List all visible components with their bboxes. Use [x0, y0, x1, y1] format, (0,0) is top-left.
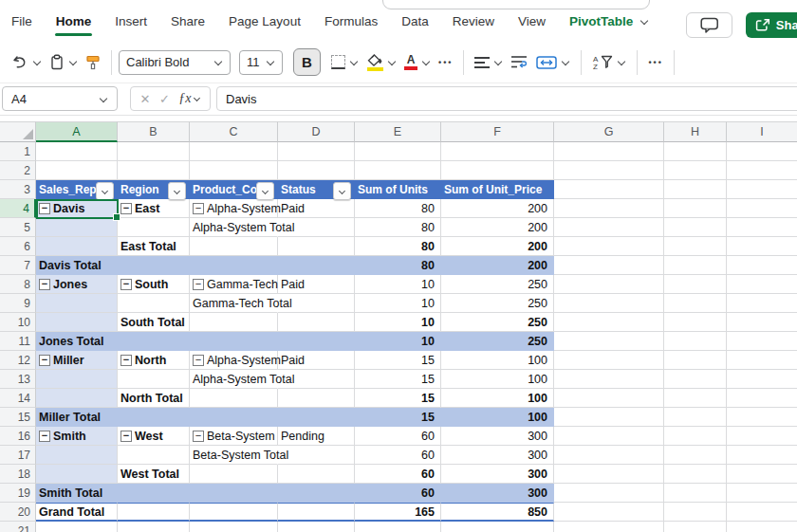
merge-cells-button[interactable] [532, 48, 574, 77]
cell-G6[interactable] [554, 237, 664, 256]
cell-H5[interactable] [664, 218, 727, 237]
cell-F9[interactable]: 250 [441, 294, 554, 313]
cell-C14[interactable] [190, 389, 278, 408]
cell-F6[interactable]: 200 [441, 237, 554, 256]
row-header-10[interactable]: 10 [0, 313, 36, 332]
menu-tab-file[interactable]: File [11, 0, 32, 42]
cell-F1[interactable] [441, 142, 554, 161]
bold-button[interactable]: B [293, 48, 321, 76]
cell-B1[interactable] [118, 142, 190, 161]
cell-G3[interactable] [554, 180, 664, 199]
cell-D14[interactable] [278, 389, 355, 408]
format-painter-button[interactable] [82, 48, 104, 77]
cell-H12[interactable] [664, 351, 727, 370]
cell-E6[interactable]: 80 [355, 237, 441, 256]
cell-D7[interactable] [278, 256, 355, 275]
cell-D15[interactable] [278, 408, 355, 427]
cell-E12[interactable]: 15 [355, 351, 441, 370]
cell-D1[interactable] [278, 142, 355, 161]
cell-G12[interactable] [554, 351, 664, 370]
cell-H20[interactable] [664, 503, 727, 522]
cell-F16[interactable]: 300 [441, 427, 554, 446]
cell-B21[interactable] [118, 522, 190, 532]
cell-B11[interactable] [118, 332, 190, 351]
cell-D11[interactable] [278, 332, 355, 351]
cell-A4[interactable]: −Davis [36, 199, 118, 218]
menu-tab-page-layout[interactable]: Page Layout [229, 0, 301, 42]
cell-G1[interactable] [554, 142, 664, 161]
cell-H16[interactable] [664, 427, 727, 446]
cell-A7[interactable]: Davis Total [36, 256, 118, 275]
collapse-button[interactable]: − [120, 431, 132, 442]
cell-I1[interactable] [727, 142, 797, 161]
cell-G11[interactable] [554, 332, 664, 351]
collapse-button[interactable]: − [39, 203, 50, 214]
filter-dropdown-product_code[interactable] [256, 182, 274, 200]
cell-D2[interactable] [278, 161, 355, 180]
cell-B3[interactable]: Region [118, 180, 190, 199]
cell-I4[interactable] [727, 199, 797, 218]
cell-E18[interactable]: 60 [355, 465, 441, 484]
cell-B5[interactable] [118, 218, 190, 237]
cell-E5[interactable]: 80 [355, 218, 441, 237]
cell-G14[interactable] [554, 389, 664, 408]
menu-tab-insert[interactable]: Insert [115, 0, 147, 42]
cell-G16[interactable] [554, 427, 664, 446]
cell-D17[interactable] [278, 446, 355, 465]
cell-A10[interactable] [36, 313, 118, 332]
row-header-17[interactable]: 17 [0, 446, 36, 465]
cell-C8[interactable]: −Gamma-Tech [190, 275, 278, 294]
collapse-button[interactable]: − [120, 279, 132, 290]
cell-I20[interactable] [727, 503, 797, 522]
collapse-button[interactable]: − [193, 355, 204, 366]
font-color-button[interactable]: A [400, 48, 435, 77]
menu-tab-home[interactable]: Home [56, 0, 92, 42]
cell-G2[interactable] [554, 161, 664, 180]
cell-I21[interactable] [727, 522, 797, 532]
cell-C9[interactable]: Gamma-Tech Total [190, 294, 278, 313]
insert-function-icon[interactable]: ƒx [178, 91, 200, 106]
collapse-button[interactable]: − [39, 431, 50, 442]
cell-A6[interactable] [36, 237, 118, 256]
cell-A12[interactable]: −Miller [36, 351, 118, 370]
cell-C4[interactable]: −Alpha-System [190, 199, 278, 218]
cell-D8[interactable]: Paid [278, 275, 355, 294]
cell-G21[interactable] [554, 522, 664, 532]
row-header-7[interactable]: 7 [0, 256, 36, 275]
alignment-button[interactable] [471, 48, 507, 77]
cell-B8[interactable]: −South [118, 275, 190, 294]
cell-D16[interactable]: Pending [278, 427, 355, 446]
cell-E2[interactable] [355, 161, 441, 180]
cell-B2[interactable] [118, 161, 190, 180]
cell-H13[interactable] [664, 370, 727, 389]
more-font-options-button[interactable]: ••• [435, 48, 456, 77]
row-header-13[interactable]: 13 [0, 370, 36, 389]
cell-D21[interactable] [278, 522, 355, 532]
cell-B19[interactable] [118, 484, 190, 503]
row-header-1[interactable]: 1 [0, 142, 36, 161]
borders-button[interactable] [327, 48, 362, 77]
menu-tab-pivottable[interactable]: PivotTable [569, 0, 649, 42]
fill-color-button[interactable] [362, 48, 400, 77]
cell-I13[interactable] [727, 370, 797, 389]
cell-E16[interactable]: 60 [355, 427, 441, 446]
cell-C10[interactable] [190, 313, 278, 332]
cell-I9[interactable] [727, 294, 797, 313]
column-header-D[interactable]: D [278, 121, 355, 142]
cell-G10[interactable] [554, 313, 664, 332]
filter-dropdown-status[interactable] [333, 182, 351, 200]
menu-tab-review[interactable]: Review [453, 0, 494, 42]
cell-C15[interactable] [190, 408, 278, 427]
cell-A2[interactable] [36, 161, 118, 180]
cell-A9[interactable] [36, 294, 118, 313]
cell-H19[interactable] [664, 484, 727, 503]
row-header-12[interactable]: 12 [0, 351, 36, 370]
cell-E11[interactable]: 10 [355, 332, 441, 351]
enter-icon[interactable]: ✓ [159, 92, 170, 106]
column-header-C[interactable]: C [190, 121, 278, 142]
cell-D4[interactable]: Paid [278, 199, 355, 218]
cell-F20[interactable]: 850 [441, 503, 554, 522]
cell-E20[interactable]: 165 [355, 503, 441, 522]
cell-B10[interactable]: South Total [118, 313, 190, 332]
cell-C3[interactable]: Product_Code [190, 180, 278, 199]
